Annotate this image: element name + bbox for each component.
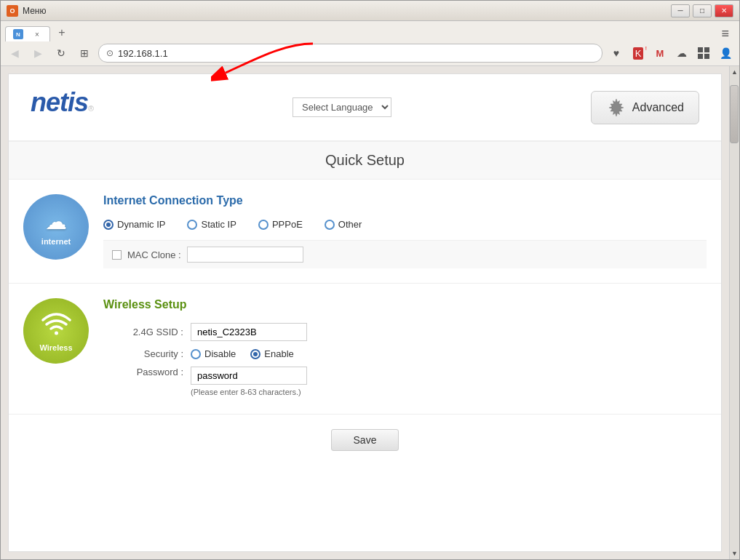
wireless-section-title: Wireless Setup: [103, 298, 707, 311]
advanced-label: Advanced: [632, 101, 684, 114]
scroll-up-button[interactable]: ▲: [730, 66, 740, 78]
security-label: Security :: [103, 348, 191, 359]
window-chrome: О Меню ─ □ ✕ N × + ≡ ◀ ▶ ↻ ⊞: [0, 0, 740, 560]
scrollbar: ▲ ▼: [729, 66, 739, 559]
mac-clone-input[interactable]: [187, 247, 303, 263]
save-button[interactable]: Save: [331, 429, 399, 451]
disable-radio[interactable]: [191, 349, 201, 359]
location-icon: ⊙: [106, 48, 114, 58]
scroll-track: [730, 78, 739, 548]
other-label: Other: [338, 219, 362, 230]
scroll-down-button[interactable]: ▼: [730, 548, 740, 559]
language-select[interactable]: Select Language English Chinese: [293, 97, 391, 117]
admin-page: netis® Select Language English Chinese: [9, 74, 721, 465]
static-ip-radio[interactable]: [187, 220, 197, 230]
extension-icon-3[interactable]: ☁: [672, 44, 691, 63]
active-tab[interactable]: N ×: [5, 26, 50, 41]
tab-close-button[interactable]: ×: [32, 29, 42, 39]
wireless-icon-container: Wireless: [23, 298, 89, 364]
window-controls: ─ □ ✕: [671, 4, 733, 17]
app-icon: О: [7, 5, 18, 17]
ssid-label: 2.4G SSID :: [103, 327, 191, 337]
save-section: Save: [9, 415, 721, 465]
enable-label: Enable: [264, 348, 293, 359]
page-title: Quick Setup: [9, 141, 721, 180]
language-selector: Select Language English Chinese: [293, 97, 391, 117]
pppoe-radio[interactable]: [258, 220, 268, 230]
disable-option[interactable]: Disable: [191, 348, 236, 359]
forward-button[interactable]: ▶: [28, 44, 47, 62]
admin-header: netis® Select Language English Chinese: [9, 74, 721, 141]
page-content: netis® Select Language English Chinese: [1, 66, 739, 559]
enable-radio[interactable]: [250, 349, 260, 359]
tab-favicon: N: [13, 29, 23, 39]
dynamic-ip-label: Dynamic IP: [117, 219, 165, 230]
netis-logo: netis®: [31, 87, 93, 127]
apps-button[interactable]: ⊞: [75, 44, 94, 62]
svg-rect-4: [704, 54, 709, 59]
internet-icon-container: ☁ internet: [23, 194, 89, 260]
pppoe-label: PPPoE: [272, 219, 303, 230]
close-button[interactable]: ✕: [715, 4, 733, 17]
internet-section: ☁ internet Internet Connection Type Dyna…: [9, 180, 721, 284]
password-label: Password :: [103, 367, 191, 377]
dynamic-ip-option[interactable]: Dynamic IP: [103, 219, 165, 230]
nav-icons: ♥ K ! M ☁ 👤: [607, 44, 735, 63]
mac-clone-row: MAC Clone :: [103, 240, 707, 268]
back-button[interactable]: ◀: [5, 44, 24, 62]
password-row: Password : (Please enter 8-63 characters…: [103, 367, 707, 396]
dynamic-ip-radio[interactable]: [103, 220, 114, 230]
title-bar: О Меню ─ □ ✕: [1, 1, 739, 21]
svg-rect-3: [698, 54, 703, 59]
disable-label: Disable: [204, 348, 236, 359]
red-arrow-indicator: [211, 38, 327, 91]
wireless-section: Wireless Wireless Setup 2.4G SSID : Secu…: [9, 284, 721, 415]
mac-clone-checkbox[interactable]: [112, 250, 122, 260]
internet-icon: ☁ internet: [23, 194, 89, 260]
svg-rect-1: [698, 47, 703, 52]
security-options: Disable Enable: [191, 348, 294, 359]
cloud-icon: ☁: [45, 209, 67, 234]
address-input[interactable]: [118, 48, 594, 59]
password-hint: (Please enter 8-63 characters.): [191, 388, 307, 396]
svg-rect-2: [704, 47, 709, 52]
connection-type-group: Dynamic IP Static IP PPPoE: [103, 219, 707, 230]
gear-icon: [606, 97, 626, 118]
internet-section-title: Internet Connection Type: [103, 194, 707, 207]
wifi-icon: [40, 310, 73, 340]
ssid-field-row: 2.4G SSID :: [103, 323, 707, 341]
logo-text: netis: [31, 87, 88, 117]
maximize-button[interactable]: □: [693, 4, 712, 17]
extension-icon-2[interactable]: M: [651, 44, 669, 63]
wireless-icon-label: Wireless: [39, 343, 72, 352]
user-icon[interactable]: 👤: [716, 44, 735, 63]
extension-icon-1[interactable]: K !: [629, 44, 648, 63]
other-radio[interactable]: [325, 220, 335, 230]
ssid-input[interactable]: [191, 323, 307, 341]
pppoe-option[interactable]: PPPoE: [258, 219, 303, 230]
static-ip-label: Static IP: [201, 219, 236, 230]
static-ip-option[interactable]: Static IP: [187, 219, 236, 230]
nav-bar: ◀ ▶ ↻ ⊞ ⊙ ♥ K ! M ☁: [5, 44, 735, 63]
bookmark-icon[interactable]: ♥: [607, 44, 626, 63]
extension-icon-4[interactable]: [694, 44, 713, 63]
window-title: Меню: [23, 6, 671, 16]
advanced-button[interactable]: Advanced: [591, 91, 699, 124]
wireless-icon: Wireless: [23, 298, 89, 364]
wifi-svg: [40, 310, 73, 335]
page-inner: netis® Select Language English Chinese: [8, 73, 722, 552]
browser-toolbar: N × + ≡ ◀ ▶ ↻ ⊞ ⊙ ♥ K !: [1, 21, 739, 66]
svg-point-6: [55, 332, 58, 335]
scroll-thumb[interactable]: [730, 85, 739, 143]
other-option[interactable]: Other: [325, 219, 362, 230]
address-bar-container: ⊙: [98, 44, 602, 63]
internet-content: Internet Connection Type Dynamic IP Stat…: [103, 194, 707, 268]
minimize-button[interactable]: ─: [671, 4, 690, 17]
password-input[interactable]: [191, 367, 307, 385]
reload-button[interactable]: ↻: [52, 44, 71, 62]
enable-option[interactable]: Enable: [250, 348, 293, 359]
security-row: Security : Disable Enable: [103, 348, 707, 359]
tab-bar: N × + ≡: [5, 24, 735, 41]
new-tab-button[interactable]: +: [53, 24, 71, 41]
browser-menu-icon[interactable]: ≡: [721, 26, 729, 41]
